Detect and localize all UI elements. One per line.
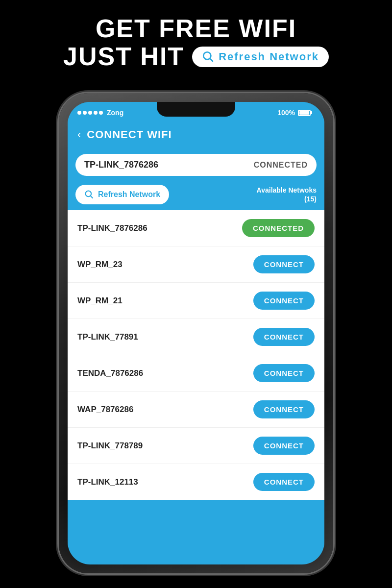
header-refresh-badge[interactable]: Refresh Network (192, 47, 329, 67)
app-header: ‹ CONNECT WIFI (68, 123, 324, 148)
header-refresh-label: Refresh Network (219, 51, 319, 63)
network-ssid: WAP_7876286 (77, 405, 133, 415)
network-item: TP-LINK_778789CONNECT (68, 428, 324, 464)
connect-button[interactable]: CONNECT (253, 473, 315, 491)
refresh-btn-label: Refresh Network (98, 190, 160, 199)
header-line1: GET FREE WIFI (0, 15, 392, 43)
back-button[interactable]: ‹ (77, 128, 81, 141)
signal-dot-3 (88, 111, 92, 115)
signal-dots (77, 111, 103, 115)
connect-button[interactable]: CONNECT (253, 400, 315, 418)
network-ssid: TP-LINK_12113 (77, 477, 138, 487)
app-title: CONNECT WIFI (87, 128, 172, 141)
connected-bar: TP-LINK_7876286 CONNECTED (75, 154, 317, 176)
refresh-row: Refresh Network Available Netwoks(15) (68, 182, 324, 210)
carrier-name: Zong (107, 109, 123, 117)
network-ssid: WP_RM_23 (77, 260, 122, 270)
connected-status-label: CONNECTED (254, 161, 308, 170)
battery-icon (298, 110, 311, 116)
network-ssid: TP-LINK_7876286 (77, 223, 147, 233)
header-line2-text: JUST HIT (63, 43, 184, 71)
signal-dot-1 (77, 111, 81, 115)
network-item: TP-LINK_7876286CONNECTED (68, 210, 324, 246)
network-ssid: TP-LINK_778789 (77, 441, 143, 451)
connected-button[interactable]: CONNECTED (242, 219, 315, 237)
connect-button[interactable]: CONNECT (253, 328, 315, 346)
signal-dot-5 (99, 111, 103, 115)
connect-button[interactable]: CONNECT (253, 255, 315, 273)
header-section: GET FREE WIFI JUST HIT Refresh Network (0, 15, 392, 71)
battery-percent: 100% (277, 109, 295, 117)
network-item: WP_RM_21CONNECT (68, 283, 324, 319)
phone-frame: Zong 100% ‹ CONNECT WIFI TP-LINK_7876286… (59, 93, 333, 573)
notch (157, 102, 235, 117)
status-right: 100% (277, 109, 311, 117)
connect-button[interactable]: CONNECT (253, 292, 315, 310)
network-item: TP-LINK_12113CONNECT (68, 464, 324, 500)
connect-button[interactable]: CONNECT (253, 437, 315, 455)
network-ssid: TENDA_7876286 (77, 368, 143, 378)
svg-line-1 (210, 59, 213, 62)
connect-button[interactable]: CONNECT (253, 364, 315, 382)
network-ssid: TP-LINK_77891 (77, 332, 138, 342)
search-icon (202, 50, 215, 63)
connected-ssid: TP-LINK_7876286 (84, 160, 158, 170)
svg-line-3 (91, 196, 93, 198)
svg-point-2 (86, 191, 92, 197)
networks-list: TP-LINK_7876286CONNECTEDWP_RM_23CONNECTW… (68, 210, 324, 500)
network-item: WP_RM_23CONNECT (68, 246, 324, 283)
refresh-network-button[interactable]: Refresh Network (75, 185, 169, 204)
status-left: Zong (77, 109, 123, 117)
available-networks-text: Available Netwoks(15) (257, 186, 317, 203)
phone-wrapper: Zong 100% ‹ CONNECT WIFI TP-LINK_7876286… (59, 93, 333, 573)
phone-screen: Zong 100% ‹ CONNECT WIFI TP-LINK_7876286… (68, 102, 324, 564)
battery-fill (299, 111, 309, 115)
network-item: TENDA_7876286CONNECT (68, 355, 324, 392)
svg-point-0 (203, 52, 211, 59)
network-ssid: WP_RM_21 (77, 296, 122, 306)
search-icon (84, 190, 94, 199)
header-line2: JUST HIT Refresh Network (0, 43, 392, 71)
signal-dot-2 (83, 111, 87, 115)
network-item: TP-LINK_77891CONNECT (68, 319, 324, 355)
network-item: WAP_7876286CONNECT (68, 392, 324, 428)
signal-dot-4 (94, 111, 98, 115)
